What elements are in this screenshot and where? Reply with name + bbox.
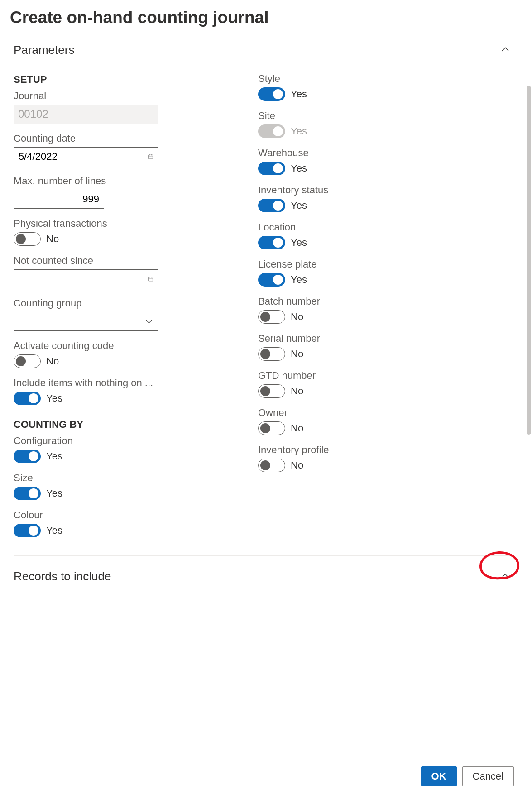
cancel-button[interactable]: Cancel [462, 766, 514, 786]
configuration-label: Configuration [14, 435, 240, 447]
location-label: Location [258, 221, 448, 233]
include-nothing-value: Yes [46, 392, 62, 404]
serial-number-value: No [291, 348, 303, 360]
serial-number-label: Serial number [258, 333, 448, 344]
activate-code-label: Activate counting code [14, 340, 240, 352]
not-counted-label: Not counted since [14, 255, 240, 267]
include-nothing-toggle[interactable] [14, 392, 41, 405]
parameters-collapse-button[interactable] [497, 41, 514, 59]
chevron-down-icon [144, 317, 153, 326]
license-plate-value: Yes [291, 274, 307, 286]
parameters-section-header[interactable]: Parameters [14, 36, 514, 68]
parameters-title: Parameters [14, 43, 74, 57]
ok-button[interactable]: OK [421, 766, 457, 786]
counting-date-label: Counting date [14, 133, 240, 144]
size-value: Yes [46, 488, 62, 499]
records-title: Records to include [14, 569, 111, 584]
scrollbar[interactable] [527, 86, 531, 435]
not-counted-field[interactable] [14, 269, 158, 288]
calendar-icon[interactable] [148, 152, 153, 162]
page-title: Create on-hand counting journal [0, 0, 532, 32]
physical-trans-value: No [46, 233, 59, 245]
location-value: Yes [291, 237, 307, 249]
inventory-profile-toggle[interactable] [258, 459, 285, 472]
serial-number-toggle[interactable] [258, 347, 285, 361]
not-counted-input[interactable] [14, 273, 148, 285]
license-plate-label: License plate [258, 258, 448, 270]
warehouse-toggle[interactable] [258, 162, 285, 175]
colour-value: Yes [46, 525, 62, 536]
style-value: Yes [291, 88, 307, 100]
activate-code-toggle[interactable] [14, 354, 41, 368]
style-toggle[interactable] [258, 87, 285, 101]
configuration-toggle[interactable] [14, 450, 41, 463]
inventory-status-value: Yes [291, 200, 307, 211]
chevron-up-icon [500, 44, 510, 54]
colour-toggle[interactable] [14, 524, 41, 537]
batch-number-label: Batch number [258, 296, 448, 307]
inventory-profile-label: Inventory profile [258, 444, 448, 456]
physical-trans-label: Physical transactions [14, 218, 240, 230]
activate-code-value: No [46, 355, 59, 367]
records-section-header[interactable]: Records to include [14, 555, 514, 586]
gtd-number-value: No [291, 385, 303, 397]
batch-number-value: No [291, 311, 303, 323]
site-value: Yes [291, 125, 307, 137]
gtd-number-toggle[interactable] [258, 384, 285, 398]
owner-label: Owner [258, 407, 448, 419]
batch-number-toggle[interactable] [258, 310, 285, 324]
gtd-number-label: GTD number [258, 370, 448, 382]
setup-heading: SETUP [14, 74, 240, 86]
svg-rect-0 [149, 155, 153, 159]
journal-input [14, 105, 158, 124]
include-nothing-label: Include items with nothing on ... [14, 377, 240, 389]
license-plate-toggle[interactable] [258, 273, 285, 287]
counting-date-field[interactable] [14, 147, 158, 166]
style-label: Style [258, 73, 448, 85]
size-label: Size [14, 472, 240, 484]
calendar-icon[interactable] [148, 274, 153, 284]
owner-toggle[interactable] [258, 421, 285, 435]
configuration-value: Yes [46, 450, 62, 462]
site-label: Site [258, 110, 448, 122]
inventory-profile-value: No [291, 459, 303, 471]
colour-label: Colour [14, 509, 240, 521]
size-toggle[interactable] [14, 487, 41, 500]
site-toggle [258, 124, 285, 138]
physical-trans-toggle[interactable] [14, 232, 41, 246]
inventory-status-label: Inventory status [258, 184, 448, 196]
counting-group-select[interactable] [14, 312, 158, 331]
owner-value: No [291, 422, 303, 434]
inventory-status-toggle[interactable] [258, 199, 285, 212]
counting-group-label: Counting group [14, 297, 240, 309]
location-toggle[interactable] [258, 236, 285, 249]
chevron-up-icon [500, 571, 510, 581]
warehouse-label: Warehouse [258, 147, 448, 159]
counting-date-input[interactable] [14, 151, 148, 163]
max-lines-label: Max. number of lines [14, 175, 240, 187]
counting-by-heading: COUNTING BY [14, 419, 240, 431]
records-expand-button[interactable] [497, 567, 514, 586]
svg-rect-10 [149, 277, 153, 281]
max-lines-input[interactable] [14, 190, 104, 209]
warehouse-value: Yes [291, 163, 307, 174]
journal-label: Journal [14, 90, 240, 102]
